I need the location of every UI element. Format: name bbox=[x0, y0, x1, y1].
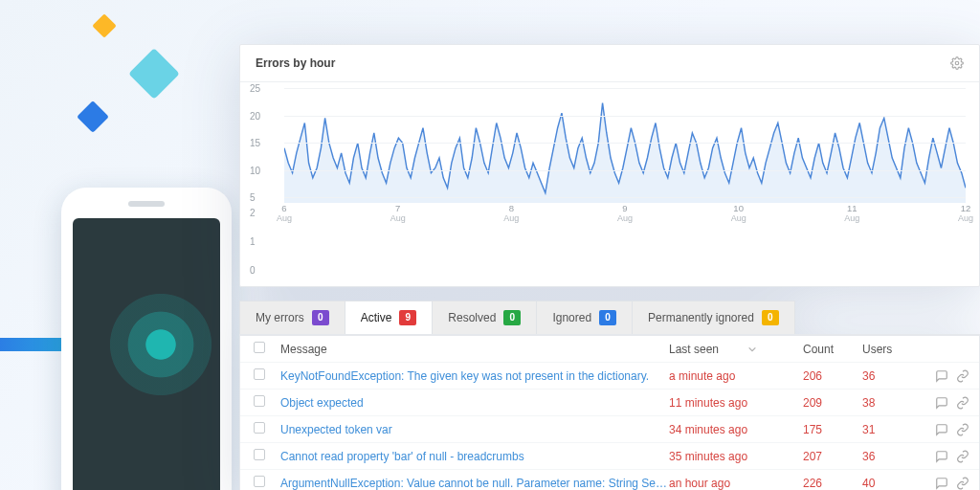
error-users: 36 bbox=[862, 369, 929, 383]
x-tick: 10Aug bbox=[720, 203, 758, 280]
error-users: 38 bbox=[862, 396, 929, 410]
x-tick: 6Aug bbox=[265, 203, 303, 280]
x-tick: 7Aug bbox=[379, 203, 417, 280]
decoration-diamond-yellow bbox=[92, 13, 116, 37]
last-seen: an hour ago bbox=[669, 477, 803, 490]
tab-permanently-ignored[interactable]: Permanently ignored0 bbox=[633, 301, 795, 334]
tab-resolved[interactable]: Resolved0 bbox=[433, 301, 537, 334]
table-row: Unexpected token var34 minutes ago17531 bbox=[240, 416, 979, 443]
row-checkbox[interactable] bbox=[254, 368, 265, 380]
error-message-link[interactable]: Object expected bbox=[280, 396, 669, 410]
error-message-link[interactable]: KeyNotFoundException: The given key was … bbox=[280, 369, 669, 383]
comment-icon[interactable] bbox=[935, 450, 948, 463]
error-count: 209 bbox=[803, 396, 862, 410]
tab-label: Resolved bbox=[448, 311, 496, 324]
tab-ignored[interactable]: Ignored0 bbox=[537, 301, 633, 334]
tab-my-errors[interactable]: My errors0 bbox=[239, 301, 345, 334]
table-row: ArgumentNullException: Value cannot be n… bbox=[240, 470, 979, 490]
decoration-touch-ring bbox=[103, 287, 218, 402]
errors-table: Message Last seen Count Users KeyNotFoun… bbox=[239, 334, 980, 490]
x-tick: 12Aug bbox=[947, 203, 980, 280]
last-seen: 34 minutes ago bbox=[669, 423, 803, 436]
decoration-diamond-cyan bbox=[128, 48, 180, 100]
comment-icon[interactable] bbox=[935, 423, 948, 436]
tab-badge: 0 bbox=[762, 310, 779, 325]
tab-badge: 9 bbox=[399, 310, 416, 325]
y-tick: 25 bbox=[250, 83, 260, 94]
decoration-diamond-blue bbox=[77, 100, 109, 133]
error-message-link[interactable]: Cannot read property 'bar' of null - bre… bbox=[280, 450, 669, 463]
error-message-link[interactable]: Unexpected token var bbox=[280, 423, 669, 436]
x-tick: 11Aug bbox=[833, 203, 871, 280]
error-count: 207 bbox=[803, 450, 862, 463]
table-row: Cannot read property 'bar' of null - bre… bbox=[240, 443, 979, 470]
select-all-checkbox[interactable] bbox=[254, 342, 265, 353]
error-tabs: My errors0Active9Resolved0Ignored0Perman… bbox=[239, 301, 980, 334]
chart-plot bbox=[284, 88, 966, 203]
y-tick: 1 bbox=[250, 236, 256, 247]
comment-icon[interactable] bbox=[935, 477, 948, 490]
error-count: 175 bbox=[803, 423, 862, 436]
tab-label: My errors bbox=[256, 311, 304, 324]
error-users: 31 bbox=[862, 423, 929, 436]
table-header: Message Last seen Count Users bbox=[240, 336, 979, 363]
chart-title: Errors by hour bbox=[256, 56, 335, 70]
error-message-link[interactable]: ArgumentNullException: Value cannot be n… bbox=[280, 477, 669, 490]
error-count: 206 bbox=[803, 369, 862, 383]
link-icon[interactable] bbox=[956, 477, 969, 490]
error-users: 40 bbox=[862, 477, 929, 490]
table-row: Object expected11 minutes ago20938 bbox=[240, 390, 979, 416]
errors-chart-card: Errors by hour 2520151052106Aug7Aug8Aug9… bbox=[239, 44, 980, 287]
table-row: KeyNotFoundException: The given key was … bbox=[240, 363, 979, 390]
comment-icon[interactable] bbox=[935, 396, 948, 410]
comment-icon[interactable] bbox=[935, 369, 948, 383]
link-icon[interactable] bbox=[956, 369, 969, 383]
last-seen: 35 minutes ago bbox=[669, 450, 803, 463]
y-tick: 20 bbox=[250, 110, 260, 121]
y-tick: 0 bbox=[250, 265, 256, 276]
tab-label: Ignored bbox=[552, 311, 591, 324]
row-checkbox[interactable] bbox=[254, 449, 265, 460]
last-seen: 11 minutes ago bbox=[669, 396, 803, 410]
tab-badge: 0 bbox=[503, 310, 521, 325]
error-users: 36 bbox=[862, 450, 929, 463]
link-icon[interactable] bbox=[956, 396, 969, 410]
tab-badge: 0 bbox=[312, 310, 329, 325]
tab-badge: 0 bbox=[599, 310, 616, 325]
row-checkbox[interactable] bbox=[254, 476, 265, 487]
tab-label: Permanently ignored bbox=[648, 311, 754, 324]
gear-icon[interactable] bbox=[950, 56, 964, 70]
x-tick: 9Aug bbox=[606, 203, 644, 280]
row-checkbox[interactable] bbox=[254, 395, 265, 407]
last-seen: a minute ago bbox=[669, 369, 803, 383]
link-icon[interactable] bbox=[956, 450, 969, 463]
y-tick: 10 bbox=[250, 165, 260, 175]
header-count[interactable]: Count bbox=[803, 343, 862, 356]
header-message: Message bbox=[280, 343, 669, 356]
y-tick: 5 bbox=[250, 192, 256, 203]
tab-label: Active bbox=[361, 311, 392, 324]
header-users[interactable]: Users bbox=[862, 343, 929, 356]
x-tick: 8Aug bbox=[492, 203, 530, 280]
chevron-down-icon bbox=[747, 345, 757, 354]
link-icon[interactable] bbox=[956, 423, 969, 436]
tab-active[interactable]: Active9 bbox=[345, 301, 434, 334]
y-tick: 2 bbox=[250, 208, 256, 218]
row-checkbox[interactable] bbox=[254, 422, 265, 434]
y-tick: 15 bbox=[250, 138, 260, 148]
header-last-seen[interactable]: Last seen bbox=[669, 343, 803, 356]
svg-point-0 bbox=[955, 61, 959, 65]
chart-body: 2520151052106Aug7Aug8Aug9Aug10Aug11Aug12… bbox=[240, 82, 979, 278]
error-count: 226 bbox=[803, 477, 862, 490]
